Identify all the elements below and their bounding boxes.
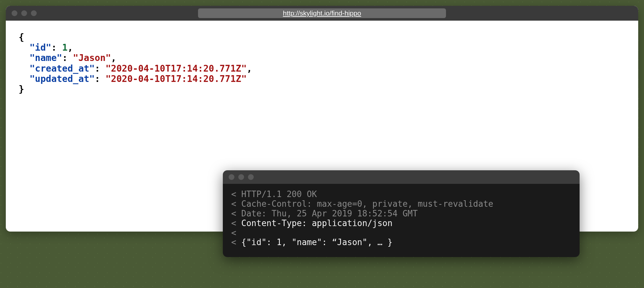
json-val-updated: "2020-04-10T17:14:20.771Z": [106, 74, 247, 84]
terminal-titlebar: [223, 170, 580, 184]
json-key-updated: "updated_at": [30, 74, 95, 84]
window-zoom-icon[interactable]: [31, 10, 37, 16]
http-cache-line: < Cache-Control: max-age=0, private, mus…: [231, 199, 571, 209]
terminal-window: < HTTP/1.1 200 OK < Cache-Control: max-a…: [223, 170, 580, 257]
json-close-brace: }: [19, 84, 24, 94]
http-date-line: < Date: Thu, 25 Apr 2019 18:52:54 GMT: [231, 209, 571, 219]
json-val-name: "Jason": [73, 53, 111, 63]
window-minimize-icon[interactable]: [21, 10, 27, 16]
browser-titlebar: http://skylight.io/find-hippo: [6, 6, 638, 21]
terminal-window-controls: [229, 174, 254, 180]
terminal-content: < HTTP/1.1 200 OK < Cache-Control: max-a…: [223, 184, 580, 257]
json-open-brace: {: [19, 32, 24, 43]
http-status-line: < HTTP/1.1 200 OK: [231, 190, 571, 199]
http-body-line: < {"id": 1, "name": “Jason", … }: [231, 238, 571, 247]
window-close-icon[interactable]: [229, 174, 234, 180]
json-key-created: "created_at": [30, 63, 95, 74]
browser-content: { "id": 1, "name": "Jason", "created_at"…: [6, 21, 638, 106]
address-bar[interactable]: http://skylight.io/find-hippo: [198, 8, 446, 18]
json-val-created: "2020-04-10T17:14:20.771Z": [106, 63, 247, 74]
http-content-type-line: < Content-Type: application/json: [231, 219, 571, 228]
window-minimize-icon[interactable]: [238, 174, 244, 180]
window-controls: [12, 10, 37, 16]
window-zoom-icon[interactable]: [248, 174, 254, 180]
http-empty-line: <: [231, 228, 571, 238]
json-key-name: "name": [30, 53, 62, 63]
json-val-id: 1: [62, 42, 68, 53]
url-text: http://skylight.io/find-hippo: [283, 9, 361, 17]
window-close-icon[interactable]: [12, 10, 17, 16]
json-key-id: "id": [30, 42, 51, 53]
